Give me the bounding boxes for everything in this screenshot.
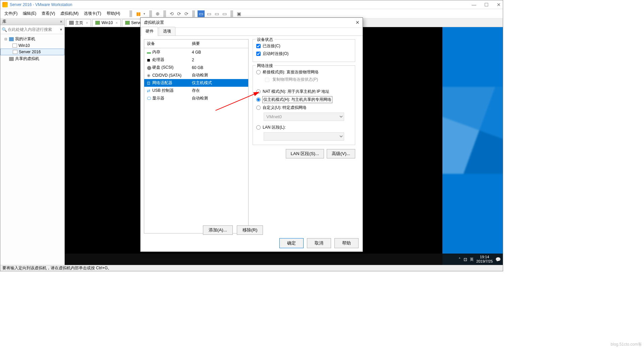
vm-icon: [125, 21, 130, 25]
clock-time[interactable]: 19:14: [476, 255, 493, 259]
vm-icon: [95, 21, 100, 25]
disk-icon: ⬤: [147, 65, 152, 70]
library-panel: 库 × 🔍 ▾ ⊟ 我的计算机 Win10 Server 2016 共享的虚拟机: [0, 18, 65, 265]
search-icon: 🔍: [2, 27, 7, 32]
tab-close-icon[interactable]: ×: [115, 21, 117, 25]
lan-segments-button[interactable]: LAN 区段(S)...: [286, 149, 324, 158]
cpu-icon: ◼: [147, 58, 152, 62]
window-titlebar: Server 2016 - VMware Workstation — ☐ ✕: [0, 0, 503, 9]
chk-connected[interactable]: [256, 44, 261, 48]
maximize-icon[interactable]: ☐: [484, 2, 489, 7]
hw-row-disk[interactable]: ⬤硬盘 (SCSI)60 GB: [144, 64, 248, 71]
pause-dropdown-icon[interactable]: ▾: [142, 11, 147, 16]
snapshot-take-icon[interactable]: ⟲: [169, 10, 175, 17]
memory-icon: ▬: [147, 50, 152, 55]
ok-button[interactable]: 确定: [279, 238, 304, 248]
dialog-tab-hardware[interactable]: 硬件: [141, 27, 158, 36]
notifications-icon[interactable]: 💬: [495, 257, 501, 262]
hw-row-memory[interactable]: ▬内存4 GB: [144, 48, 248, 56]
windows-wallpaper: [442, 27, 503, 265]
tree-my-computer[interactable]: ⊟ 我的计算机: [0, 36, 64, 43]
home-icon: [69, 21, 74, 25]
radio-lan-segment[interactable]: [256, 125, 261, 130]
hw-row-usb[interactable]: ⇄USB 控制器存在: [144, 87, 248, 94]
window-title: Server 2016 - VMware Workstation: [10, 2, 72, 7]
menu-file[interactable]: 文件(F): [3, 10, 19, 17]
tree-shared-vms[interactable]: 共享的虚拟机: [0, 55, 64, 62]
usb-icon: ⇄: [147, 88, 152, 93]
col-summary: 摘要: [192, 41, 200, 47]
windows-taskbar[interactable]: ˄ ⊡ 英 19:14 2019/7/25 💬: [65, 254, 503, 265]
library-search-input[interactable]: [7, 26, 59, 32]
vmware-icon: [2, 2, 8, 7]
hw-row-network[interactable]: ⊡网络适配器仅主机模式: [144, 79, 248, 87]
network-connection-group: 网络连接 桥接模式(B): 直接连接物理网络 复制物理网络连接状态(P) NAT…: [253, 65, 355, 145]
device-state-group: 设备状态 已连接(C) 启动时连接(O): [253, 39, 355, 62]
menu-view[interactable]: 查看(V): [40, 10, 56, 17]
chk-connect-at-power-on[interactable]: [256, 52, 261, 56]
tab-close-icon[interactable]: ×: [86, 21, 88, 25]
dialog-title: 虚拟机设置: [144, 20, 164, 25]
layout-thumb-icon[interactable]: ▭: [206, 10, 212, 17]
layout-single-icon[interactable]: ▭: [198, 10, 205, 17]
minimize-icon[interactable]: —: [472, 2, 476, 7]
network-adapter-icon: ⊡: [147, 81, 152, 85]
radio-bridged[interactable]: [256, 70, 261, 74]
search-dropdown-icon[interactable]: ▾: [59, 27, 63, 32]
send-ctrl-alt-del-icon[interactable]: ⊕: [155, 10, 161, 17]
menu-bar: 文件(F) 编辑(E) 查看(V) 虚拟机(M) 选项卡(T) 帮助(H) ▮▮…: [0, 9, 503, 18]
hardware-list: 设备 摘要 ▬内存4 GB ◼处理器2 ⬤硬盘 (SCSI)60 GB ◉CD/…: [144, 39, 249, 233]
radio-host-only[interactable]: [256, 97, 261, 102]
menu-edit[interactable]: 编辑(E): [21, 10, 38, 17]
dialog-close-icon[interactable]: ×: [356, 19, 359, 26]
custom-vmnet-select: VMnet0: [264, 113, 344, 121]
cancel-button[interactable]: 取消: [307, 238, 331, 248]
tab-win10[interactable]: Win10×: [92, 19, 120, 26]
layout-full-icon[interactable]: ▭: [214, 10, 220, 17]
watermark: blog.51cto.com客: [611, 342, 642, 347]
lan-segment-select: [264, 132, 344, 141]
hw-row-cpu[interactable]: ◼处理器2: [144, 56, 248, 64]
menu-vm[interactable]: 虚拟机(M): [59, 10, 80, 17]
network-icon[interactable]: ⊡: [464, 257, 467, 262]
menu-help[interactable]: 帮助(H): [105, 10, 122, 17]
chk-replicate-state: [265, 78, 269, 82]
remove-hardware-button[interactable]: 移除(R): [237, 225, 263, 235]
menu-tabs[interactable]: 选项卡(T): [83, 10, 102, 17]
add-hardware-button[interactable]: 添加(A)...: [203, 225, 233, 235]
fullscreen-icon[interactable]: ▣: [236, 10, 242, 17]
close-icon[interactable]: ✕: [497, 2, 501, 7]
col-device: 设备: [147, 41, 192, 47]
display-icon: 🖵: [147, 96, 152, 101]
help-button[interactable]: 帮助: [334, 238, 359, 248]
clock-date[interactable]: 2019/7/25: [476, 259, 493, 264]
cd-icon: ◉: [147, 73, 152, 78]
tree-vm-server2016[interactable]: Server 2016: [0, 49, 64, 55]
status-bar: 要将输入定向到该虚拟机，请在虚拟机内部单击或按 Ctrl+G。: [0, 265, 503, 271]
radio-custom[interactable]: [256, 106, 261, 110]
status-text: 要将输入定向到该虚拟机，请在虚拟机内部单击或按 Ctrl+G。: [2, 265, 112, 271]
hw-row-display[interactable]: 🖵显示器自动检测: [144, 94, 248, 102]
layout-unity-icon[interactable]: ▭: [221, 10, 228, 17]
snapshot-revert-icon[interactable]: ⟳: [176, 10, 182, 17]
radio-nat[interactable]: [256, 89, 261, 94]
pause-icon[interactable]: ▮▮: [135, 10, 142, 17]
snapshot-manager-icon[interactable]: ⟳: [183, 10, 190, 17]
library-close-icon[interactable]: ×: [60, 19, 62, 24]
vm-settings-dialog: 虚拟机设置 × 硬件 选项 设备 摘要 ▬内存4 GB ◼处理器2 ⬤硬盘 (S…: [140, 17, 363, 252]
tray-up-icon[interactable]: ˄: [459, 257, 461, 262]
tab-home[interactable]: 主页×: [66, 19, 91, 26]
hw-row-cd[interactable]: ◉CD/DVD (SATA)自动检测: [144, 71, 248, 79]
tree-vm-win10[interactable]: Win10: [0, 43, 64, 49]
library-title: 库: [2, 19, 6, 24]
dialog-tab-options[interactable]: 选项: [159, 27, 175, 36]
advanced-button[interactable]: 高级(V)...: [327, 149, 355, 158]
ime-indicator[interactable]: 英: [470, 257, 474, 262]
